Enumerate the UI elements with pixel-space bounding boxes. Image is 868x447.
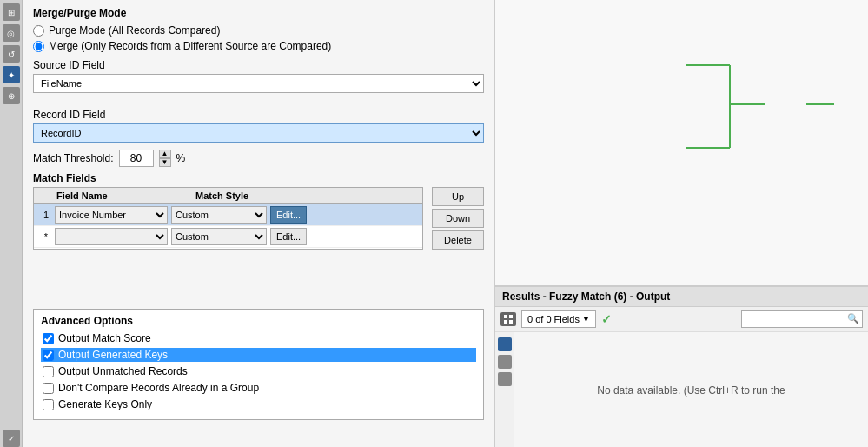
- merge-purge-title: Merge/Purge Mode: [33, 7, 484, 19]
- checkbox-dont-compare[interactable]: Don't Compare Records Already in a Group: [41, 381, 476, 395]
- workflow-svg: [495, 0, 868, 285]
- checkbox-output-match-score[interactable]: Output Match Score: [41, 331, 476, 345]
- fields-count-label: 0 of 0 Fields: [527, 314, 580, 324]
- checkbox-output-generated-keys[interactable]: Output Generated Keys: [41, 348, 476, 362]
- row2-field-select[interactable]: [55, 228, 168, 245]
- fields-dropdown[interactable]: 0 of 0 Fields ▼: [521, 310, 596, 328]
- row2-style-select[interactable]: Custom: [171, 228, 267, 245]
- results-body: No data available. (Use Ctrl+R to run th…: [495, 332, 868, 447]
- results-toolbar: 0 of 0 Fields ▼ ✓ 🔍: [495, 307, 868, 332]
- output-unmatched-label: Output Unmatched Records: [58, 365, 188, 377]
- dont-compare-label: Don't Compare Records Already in a Group: [58, 382, 259, 394]
- match-fields-area: Field Name Match Style 1 Invoice Number: [33, 187, 484, 250]
- search-container: 🔍: [741, 310, 863, 328]
- match-fields-label: Match Fields: [33, 172, 484, 184]
- row1-style-select[interactable]: Custom: [171, 206, 267, 224]
- purge-mode-label: Purge Mode (All Records Compared): [49, 24, 220, 37]
- purge-mode-radio[interactable]: [33, 25, 44, 37]
- down-button[interactable]: Down: [432, 209, 484, 228]
- col-match-style-header: Match Style: [195, 190, 308, 201]
- col-field-name-header: Field Name: [56, 190, 195, 201]
- svg-rect-17: [509, 315, 513, 318]
- row1-field-select[interactable]: Invoice Number: [55, 206, 168, 224]
- table-row[interactable]: 1 Invoice Number Custom Edit...: [34, 204, 422, 226]
- purge-mode-group: Purge Mode (All Records Compared): [33, 24, 484, 37]
- match-fields-buttons: Up Down Delete: [432, 187, 484, 250]
- svg-rect-16: [504, 315, 507, 318]
- sidebar-icon-3[interactable]: ↺: [3, 45, 20, 63]
- svg-rect-18: [504, 320, 507, 324]
- row1-edit-button[interactable]: Edit...: [270, 206, 307, 224]
- checkmark-icon: ✓: [601, 312, 612, 326]
- checkbox-output-generated-keys-input[interactable]: [43, 350, 54, 361]
- match-threshold-input[interactable]: 80: [119, 150, 154, 167]
- merge-mode-radio[interactable]: [33, 41, 44, 52]
- svg-rect-19: [509, 320, 513, 324]
- checkbox-dont-compare-input[interactable]: [43, 383, 54, 394]
- results-header: Results - Fuzzy Match (6) - Output: [495, 287, 868, 307]
- grid-view-icon[interactable]: [500, 312, 516, 326]
- sidebar-icon-2[interactable]: ◎: [3, 24, 20, 42]
- sidebar-icon-bottom[interactable]: ✓: [3, 430, 20, 447]
- source-id-select[interactable]: FileName: [33, 74, 484, 93]
- results-left-icons: [495, 332, 514, 447]
- table-row[interactable]: * Custom Edit...: [34, 226, 422, 248]
- sidebar-icon-4[interactable]: ✦: [3, 66, 20, 83]
- record-id-label: Record ID Field: [33, 109, 484, 121]
- match-fields-section: Match Fields Field Name Match Style: [33, 172, 484, 250]
- advanced-options-section: Advanced Options Output Match Score Outp…: [33, 309, 484, 420]
- sidebar-icon-5[interactable]: ⊕: [3, 87, 20, 104]
- checkbox-generate-keys-only-input[interactable]: [43, 399, 54, 410]
- checkbox-generate-keys-only[interactable]: Generate Keys Only: [41, 397, 476, 411]
- search-icon: 🔍: [847, 313, 859, 324]
- delete-button[interactable]: Delete: [432, 230, 484, 250]
- results-icon-3[interactable]: [498, 372, 512, 386]
- no-data-message: No data available. (Use Ctrl+R to run th…: [597, 384, 785, 397]
- checkbox-output-unmatched[interactable]: Output Unmatched Records: [41, 364, 476, 378]
- col-num-header: [39, 190, 56, 201]
- results-icon-2[interactable]: [498, 355, 512, 369]
- dropdown-arrow-icon: ▼: [582, 315, 590, 324]
- merge-mode-label: Merge (Only Records from a Different Sou…: [49, 40, 331, 52]
- record-id-select[interactable]: RecordID: [33, 123, 484, 143]
- row2-edit-button[interactable]: Edit...: [270, 228, 307, 245]
- generate-keys-only-label: Generate Keys Only: [58, 398, 152, 410]
- checkbox-output-unmatched-input[interactable]: [43, 366, 54, 377]
- output-match-score-label: Output Match Score: [58, 332, 151, 344]
- source-id-label: Source ID Field: [33, 59, 484, 71]
- row1-num: 1: [37, 210, 55, 220]
- search-input[interactable]: [741, 310, 863, 328]
- merge-mode-group: Merge (Only Records from a Different Sou…: [33, 40, 484, 52]
- results-content: No data available. (Use Ctrl+R to run th…: [514, 332, 868, 447]
- threshold-spinner: ▲ ▼: [159, 150, 171, 167]
- sidebar: ⊞ ◎ ↺ ✦ ⊕ ✓: [0, 0, 23, 447]
- sidebar-icon-1[interactable]: ⊞: [3, 3, 20, 21]
- percent-label: %: [176, 152, 186, 164]
- workflow-canvas[interactable]: 📖 Invoice New.xlsxQuery='Sheet1$' ①②③ #1…: [495, 0, 868, 286]
- output-generated-keys-label: Output Generated Keys: [58, 349, 168, 361]
- advanced-title: Advanced Options: [41, 315, 476, 327]
- connection-lines: [495, 0, 868, 285]
- results-panel: Results - Fuzzy Match (6) - Output 0 of …: [495, 286, 868, 447]
- match-threshold-label: Match Threshold:: [33, 152, 114, 164]
- match-fields-header: Field Name Match Style: [34, 188, 422, 204]
- match-threshold-row: Match Threshold: 80 ▲ ▼ %: [33, 150, 484, 167]
- checkbox-output-match-score-input[interactable]: [43, 333, 54, 344]
- up-button[interactable]: Up: [432, 187, 484, 206]
- row2-num: *: [37, 231, 55, 242]
- match-fields-table: Field Name Match Style 1 Invoice Number: [33, 187, 423, 250]
- spinner-up[interactable]: ▲: [159, 150, 171, 158]
- spinner-down[interactable]: ▼: [159, 158, 171, 167]
- results-icon-1[interactable]: [498, 337, 512, 351]
